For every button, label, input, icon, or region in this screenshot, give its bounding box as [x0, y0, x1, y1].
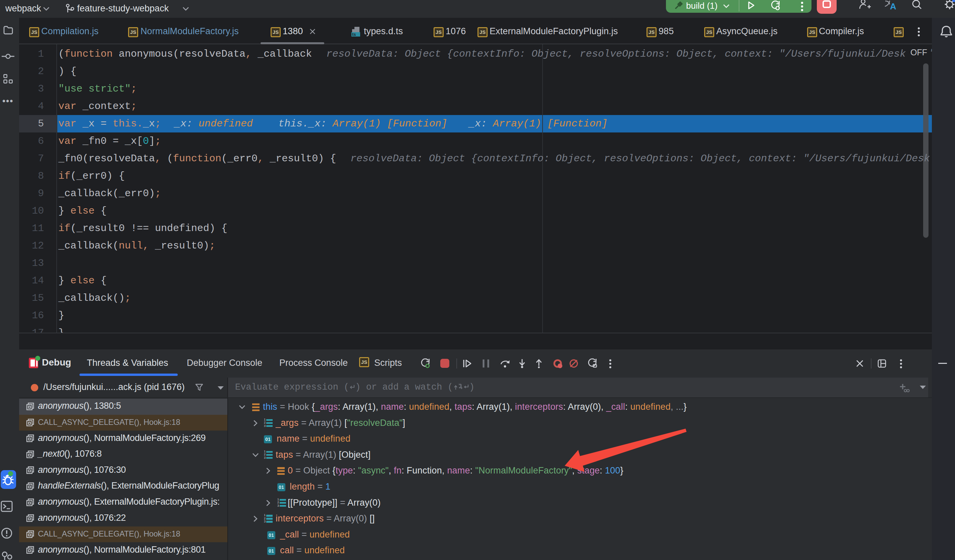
- svg-text:ts: ts: [352, 32, 356, 37]
- svg-text:A: A: [890, 2, 896, 11]
